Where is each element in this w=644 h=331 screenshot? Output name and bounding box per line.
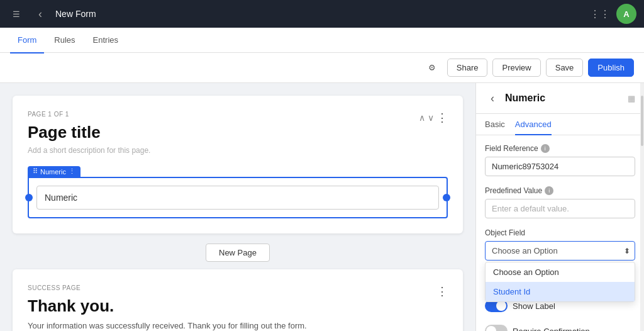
numeric-field-container: ⠿ Numeric ⋮ Numeric	[28, 165, 448, 218]
object-field-label: Object Field	[485, 228, 635, 237]
sidebar-toggle-button[interactable]: ☰	[8, 5, 25, 23]
predefined-value-input[interactable]	[485, 199, 635, 218]
panel-tab-advanced[interactable]: Advanced	[515, 115, 552, 135]
show-label-text: Show Label	[513, 301, 555, 311]
form-page-title: Page title	[28, 123, 150, 142]
apps-icon: ⋮⋮	[590, 8, 610, 20]
require-confirmation-toggle-row: Require Confirmation	[485, 321, 635, 331]
require-confirmation-toggle-knob	[486, 326, 496, 331]
save-button[interactable]: Save	[546, 59, 584, 77]
settings-button[interactable]: ⚙	[422, 58, 442, 78]
tab-bar: Form Rules Entries	[0, 28, 644, 53]
panel-title: Numeric	[505, 93, 623, 104]
field-pill-more-icon: ⋮	[69, 167, 75, 176]
panel-grid-button[interactable]: ▦	[628, 94, 635, 103]
panel-tab-basic-label: Basic	[485, 120, 505, 129]
dropdown-item-choose[interactable]: Choose an Option	[486, 262, 635, 282]
dropdown-item-student-id[interactable]: Student Id	[486, 282, 635, 301]
field-reference-info-icon: i	[541, 144, 550, 153]
back-button[interactable]: ‹	[31, 5, 49, 23]
success-page-options-button[interactable]: ⋮	[436, 284, 448, 298]
field-box[interactable]: Numeric	[28, 177, 448, 218]
predefined-value-label: Predefined Value i	[485, 186, 635, 195]
success-page-title: Thank you.	[28, 296, 307, 316]
page-options-button[interactable]: ⋮	[436, 111, 448, 125]
new-page-row: New Page	[13, 244, 463, 262]
dropdown-item-student-id-label: Student Id	[493, 287, 530, 296]
tab-rules[interactable]: Rules	[47, 28, 82, 53]
preview-label: Preview	[502, 63, 531, 72]
object-field-select[interactable]: Choose an Option Student Id	[485, 241, 635, 261]
publish-button[interactable]: Publish	[588, 59, 634, 77]
action-bar: ⚙ Share Preview Save Publish	[0, 53, 644, 83]
field-reference-group: Field Reference i	[485, 144, 635, 176]
field-reference-input[interactable]	[485, 157, 635, 176]
require-confirmation-text: Require Confirmation	[513, 327, 590, 332]
dropdown-item-choose-label: Choose an Option	[493, 267, 559, 277]
form-page-description: Add a short description for this page.	[28, 146, 150, 155]
new-page-button[interactable]: New Page	[206, 244, 270, 262]
avatar-initials: A	[623, 9, 629, 19]
panel-grid-icon: ▦	[628, 94, 635, 103]
publish-label: Publish	[597, 63, 625, 72]
predefined-value-info-icon: i	[545, 186, 553, 195]
tab-form[interactable]: Form	[10, 28, 44, 53]
tab-entries[interactable]: Entries	[86, 28, 126, 53]
page-title-nav: New Form	[55, 9, 96, 19]
share-button[interactable]: Share	[447, 59, 488, 77]
tab-entries-label: Entries	[93, 35, 118, 45]
save-label: Save	[555, 63, 574, 72]
field-pill-label: Numeric	[40, 168, 66, 176]
page-label: PAGE 1 OF 1	[28, 111, 150, 118]
object-field-dropdown: Choose an Option Student Id	[485, 262, 635, 302]
success-page-label: SUCCESS PAGE	[28, 284, 307, 291]
resize-handle-left[interactable]	[25, 194, 33, 201]
object-field-group: Object Field Choose an Option Student Id…	[485, 228, 635, 261]
predefined-value-group: Predefined Value i	[485, 186, 635, 218]
resize-handle-right[interactable]	[443, 194, 450, 201]
tab-rules-label: Rules	[54, 35, 75, 45]
top-nav: ☰ ‹ New Form ⋮⋮ A	[0, 0, 644, 28]
panel-back-button[interactable]: ‹	[485, 91, 500, 106]
back-icon: ‹	[38, 8, 42, 21]
require-confirmation-toggle[interactable]	[485, 325, 508, 331]
form-canvas: PAGE 1 OF 1 Page title Add a short descr…	[0, 83, 475, 331]
form-page-1: PAGE 1 OF 1 Page title Add a short descr…	[13, 96, 463, 233]
panel-tabs: Basic Advanced	[476, 114, 644, 135]
tab-form-label: Form	[18, 35, 36, 45]
field-drag-icon: ⠿	[33, 167, 38, 176]
page-down-button[interactable]: ∨	[428, 113, 434, 123]
avatar-button[interactable]: A	[616, 4, 636, 24]
panel-tab-basic[interactable]: Basic	[485, 115, 505, 135]
right-panel: ‹ Numeric ▦ Basic Advanced Field Referen…	[475, 83, 644, 331]
panel-back-icon: ‹	[491, 92, 494, 105]
panel-scrollbar-thumb	[641, 96, 643, 146]
field-box-inner: Numeric	[36, 186, 439, 210]
apps-button[interactable]: ⋮⋮	[590, 4, 610, 24]
panel-content: Field Reference i Predefined Value i Obj…	[476, 135, 644, 331]
show-label-toggle-knob	[496, 301, 506, 311]
gear-icon: ⚙	[428, 63, 436, 72]
field-box-label: Numeric	[45, 193, 77, 203]
preview-button[interactable]: Preview	[492, 59, 540, 77]
panel-header: ‹ Numeric ▦	[476, 83, 644, 114]
panel-tab-advanced-label: Advanced	[515, 120, 552, 129]
field-reference-label: Field Reference i	[485, 144, 635, 153]
page-up-button[interactable]: ∧	[419, 113, 425, 123]
panel-scrollbar[interactable]	[640, 83, 644, 331]
main-layout: PAGE 1 OF 1 Page title Add a short descr…	[0, 83, 644, 331]
new-page-label: New Page	[219, 248, 257, 257]
object-field-select-wrapper: Choose an Option Student Id ⬍ Choose an …	[485, 241, 635, 261]
sidebar-toggle-icon: ☰	[13, 9, 20, 19]
field-label-pill[interactable]: ⠿ Numeric ⋮	[28, 166, 80, 177]
share-label: Share	[457, 63, 479, 72]
success-page: SUCCESS PAGE Thank you. Your information…	[13, 269, 463, 331]
success-page-description: Your information was successfully receiv…	[28, 321, 307, 330]
